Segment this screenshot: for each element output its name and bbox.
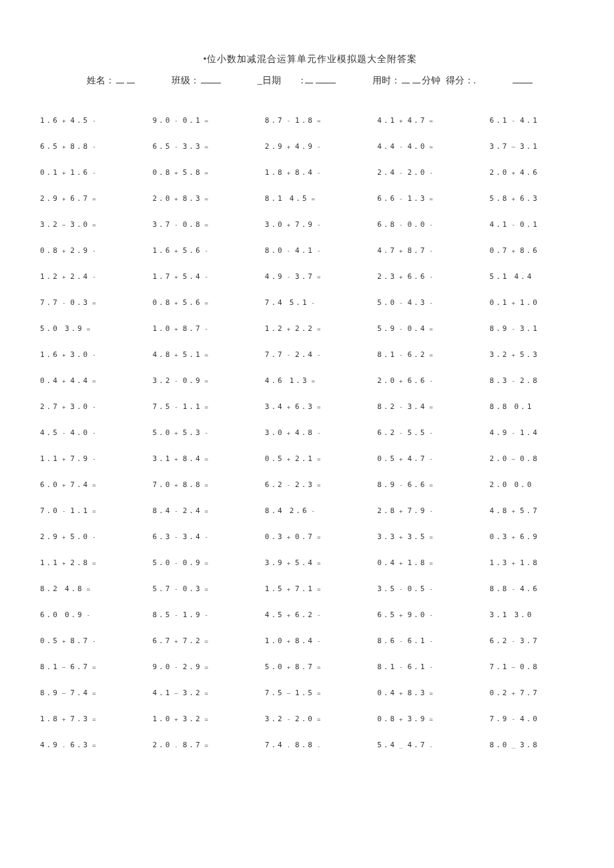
operator: + <box>172 716 182 723</box>
operand-b: 1.1 <box>70 506 89 515</box>
operand-b: 8.8 <box>70 142 89 151</box>
operator: - <box>284 716 295 723</box>
equation: 2.0+4.6 <box>490 168 581 177</box>
operand-b: 4.0 <box>70 428 89 437</box>
equation: 6.00.9- <box>40 610 131 619</box>
equals-sign: - <box>89 143 100 150</box>
equation: 3.2-0.9= <box>152 376 243 385</box>
equation: 1.1+2.8= <box>40 558 131 567</box>
operand-b: 0.5 <box>407 584 426 593</box>
operand-b: 4.6 <box>520 168 539 177</box>
operand-a: 1.2 <box>265 324 284 333</box>
equals-sign: = <box>202 117 213 124</box>
operand-b: 8.7 <box>70 636 89 645</box>
equals-sign: = <box>84 326 95 332</box>
equation: 8.9-6.6= <box>377 480 468 489</box>
operator: + <box>172 430 182 436</box>
operand-a: 7.0 <box>40 506 59 515</box>
operator: + <box>396 716 407 723</box>
operand-b: 0.8 <box>520 663 539 671</box>
equation: 8.3-2.8 <box>490 376 581 385</box>
equals-sign: - <box>426 274 437 280</box>
operand-b: 8.4 <box>183 454 202 463</box>
equation: 0.1+1.6- <box>40 168 131 177</box>
equals-sign: - <box>314 222 325 228</box>
equals-sign: - <box>89 117 100 124</box>
class-label: 班级： <box>172 75 200 87</box>
equation: 0.5+2.1= <box>265 454 356 463</box>
equals-sign: = <box>314 404 325 410</box>
operator: - <box>284 117 295 124</box>
equals-sign: = <box>202 560 213 566</box>
equation: 0.8+2.9- <box>40 246 131 255</box>
operand-b: 2.3 <box>295 480 314 489</box>
equals-sign: = <box>314 117 325 124</box>
operator: + <box>172 326 182 332</box>
operand-a: 2.4 <box>377 168 396 177</box>
operand-b: 8.7 <box>295 663 314 671</box>
equation: 0.1+1.0 <box>490 298 581 307</box>
equals-sign: = <box>426 143 437 150</box>
equals-sign: - <box>314 612 325 618</box>
operator: + <box>396 690 407 697</box>
operand-b: 0.8 <box>520 454 539 463</box>
operand-b: 2.8 <box>70 558 89 567</box>
equation: 1.8+7.3= <box>40 715 131 723</box>
operand-a: 5.8 <box>490 194 509 203</box>
equals-sign: = <box>426 560 437 566</box>
operand-b: 4.7 <box>407 741 426 749</box>
equals-sign: = <box>202 482 213 488</box>
operand-b: 8.4 <box>295 168 314 177</box>
equals-sign: - <box>426 378 437 384</box>
equals-sign: = <box>426 534 437 540</box>
operator: + <box>284 456 295 462</box>
operand-a: 1.2 <box>40 272 59 281</box>
operand-b: 5.5 <box>407 428 426 437</box>
operand-a: 0.4 <box>377 558 396 567</box>
operator: + <box>509 169 519 176</box>
operand-a: 3.5 <box>377 584 396 593</box>
operand-b: 3.4 <box>183 532 202 541</box>
operator: + <box>509 195 519 202</box>
operator: _ <box>509 742 519 749</box>
equation: 2.7+3.0- <box>40 402 131 411</box>
operand-a: 6.3 <box>152 532 172 541</box>
operand-b: 7.9 <box>295 220 314 229</box>
operand-a: 1.8 <box>265 168 284 177</box>
operand-a: 7.7 <box>265 350 284 359</box>
equation: 1.6+5.6- <box>152 246 243 255</box>
equals-sign: = <box>314 586 325 592</box>
operator: - <box>396 586 407 592</box>
operand-b: 3.0 <box>70 402 89 411</box>
equals-sign: = <box>202 638 213 644</box>
equation: 1.0+3.2= <box>152 715 243 723</box>
equals-sign: = <box>426 716 437 723</box>
operand-a: 2.0 <box>490 454 509 463</box>
operand-b: 3.7 <box>295 272 314 281</box>
equation: 7.0+8.8= <box>152 480 243 489</box>
operand-b: 4.8 <box>65 584 84 593</box>
equation: 6.6-1.3= <box>377 194 468 203</box>
operand-b: 5.7 <box>520 506 539 515</box>
operand-b: 4.1 <box>520 116 539 125</box>
date-blank-2 <box>316 75 336 83</box>
operator: - <box>396 326 407 332</box>
equation: 3.2−3.0= <box>40 220 131 229</box>
equals-sign: - <box>84 612 95 618</box>
operand-a: 8.3 <box>490 376 509 385</box>
equals-sign: = <box>89 664 100 671</box>
equals-sign: = <box>202 169 213 176</box>
operator: - <box>396 638 407 644</box>
operator: - <box>172 404 182 410</box>
equals-sign: = <box>202 143 213 150</box>
equals-sign: = <box>202 352 213 358</box>
operand-a: 9.0 <box>152 663 172 671</box>
operand-b: 3.2 <box>183 689 202 697</box>
equation: 3.4+6.3= <box>265 402 356 411</box>
operand-a: 3.1 <box>152 454 172 463</box>
operand-a: 0.4 <box>40 376 59 385</box>
equals-sign: = <box>202 378 213 384</box>
equation: 5.14.4 <box>490 272 581 281</box>
info-line: 姓名： 班级： _ 日期 : 用时： 分钟 得分：. <box>40 75 581 87</box>
equals-sign: - <box>314 430 325 436</box>
